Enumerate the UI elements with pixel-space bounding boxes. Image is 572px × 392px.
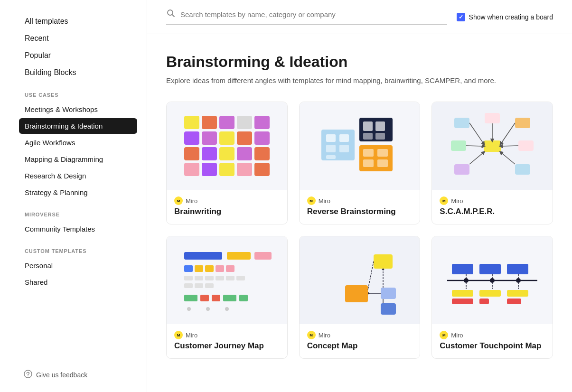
- page-title: Brainstorming & Ideation: [166, 53, 553, 71]
- show-creating-checkbox[interactable]: [457, 13, 465, 21]
- sidebar-item-agile[interactable]: Agile Workflows: [19, 135, 137, 150]
- svg-rect-20: [454, 118, 469, 128]
- svg-marker-63: [368, 292, 370, 295]
- sidebar-item-shared[interactable]: Shared: [19, 274, 137, 290]
- svg-rect-79: [479, 290, 501, 297]
- card-name-brainwriting: Brainwriting: [174, 207, 280, 216]
- svg-rect-45: [216, 276, 224, 280]
- card-thumbnail-customer-touchpoint-map: [432, 236, 553, 324]
- sidebar-item-personal[interactable]: Personal: [19, 258, 137, 273]
- svg-rect-46: [226, 276, 234, 280]
- sidebar-use-cases: Meetings & WorkshopsBrainstorming & Idea…: [19, 102, 137, 201]
- card-provider-reverse-brainstorming: MMiro: [307, 196, 413, 205]
- svg-line-27: [501, 146, 518, 146]
- svg-line-21: [469, 123, 484, 144]
- search-bar: [166, 9, 447, 25]
- svg-rect-22: [485, 113, 500, 123]
- sidebar: All templatesRecentPopularBuilding Block…: [0, 0, 147, 392]
- template-card-brainwriting[interactable]: MMiroBrainwriting: [166, 102, 288, 224]
- show-creating-label: Show when creating a board: [469, 13, 553, 21]
- sidebar-item-building-blocks[interactable]: Building Blocks: [19, 65, 137, 81]
- svg-rect-83: [507, 299, 521, 304]
- svg-point-57: [206, 307, 210, 311]
- svg-rect-49: [195, 283, 203, 288]
- svg-rect-71: [507, 264, 528, 274]
- card-name-scamper: S.C.A.M.P.E.R.: [440, 207, 545, 216]
- sidebar-item-research[interactable]: Research & Design: [19, 168, 137, 184]
- svg-line-25: [501, 123, 515, 144]
- sidebar-item-brainstorming[interactable]: Brainstorming & Ideation: [19, 118, 137, 134]
- svg-rect-60: [374, 254, 393, 269]
- template-card-scamper[interactable]: MMiroS.C.A.M.P.E.R.: [431, 102, 553, 224]
- sidebar-item-mapping[interactable]: Mapping & Diagramming: [19, 151, 137, 167]
- svg-rect-52: [200, 295, 209, 301]
- custom-templates-label: CUSTOM TEMPLATES: [25, 248, 137, 254]
- svg-rect-17: [339, 145, 349, 152]
- svg-rect-69: [452, 264, 473, 274]
- svg-rect-9: [363, 149, 374, 157]
- provider-label: Miro: [319, 332, 330, 339]
- svg-point-58: [225, 307, 229, 311]
- template-card-reverse-brainstorming[interactable]: MMiroReverse Brainstorming: [299, 102, 421, 224]
- svg-rect-36: [254, 252, 272, 260]
- feedback-label: Give us feedback: [36, 371, 87, 379]
- sidebar-item-meetings[interactable]: Meetings & Workshops: [19, 102, 137, 117]
- card-name-reverse-brainstorming: Reverse Brainstorming: [307, 207, 413, 216]
- template-card-customer-journey-map[interactable]: MMiroCustomer Journey Map: [166, 236, 288, 359]
- svg-rect-55: [239, 295, 248, 301]
- sidebar-top-nav: All templatesRecentPopularBuilding Block…: [19, 13, 137, 82]
- sidebar-item-community[interactable]: Community Templates: [19, 221, 137, 237]
- svg-rect-61: [381, 288, 396, 299]
- card-thumbnail-customer-journey-map: [167, 236, 287, 324]
- svg-rect-62: [381, 303, 396, 315]
- show-creating-option: Show when creating a board: [457, 13, 553, 21]
- svg-rect-6: [363, 133, 373, 140]
- card-provider-customer-journey-map: MMiro: [174, 331, 280, 339]
- svg-rect-43: [195, 276, 203, 280]
- svg-rect-48: [184, 283, 193, 288]
- svg-rect-18: [326, 155, 336, 159]
- svg-line-29: [501, 152, 515, 164]
- svg-rect-10: [377, 149, 388, 157]
- sidebar-custom: PersonalShared: [19, 258, 137, 291]
- svg-rect-82: [479, 299, 489, 304]
- svg-rect-40: [216, 265, 224, 272]
- sidebar-item-recent[interactable]: Recent: [19, 30, 137, 47]
- svg-point-56: [187, 307, 191, 311]
- svg-rect-41: [226, 265, 234, 272]
- card-name-customer-journey-map: Customer Journey Map: [174, 341, 280, 351]
- sidebar-item-popular[interactable]: Popular: [19, 47, 137, 64]
- svg-rect-38: [195, 265, 203, 272]
- miro-logo-icon: M: [307, 331, 316, 339]
- miro-logo-icon: M: [174, 196, 183, 205]
- svg-rect-32: [451, 140, 466, 151]
- feedback-icon: [24, 370, 32, 380]
- svg-rect-30: [454, 164, 469, 175]
- sidebar-item-strategy[interactable]: Strategy & Planning: [19, 185, 137, 200]
- miro-logo-icon: M: [440, 331, 448, 339]
- card-thumbnail-concept-map: [300, 236, 420, 324]
- svg-rect-81: [452, 299, 473, 304]
- svg-line-31: [469, 152, 484, 164]
- search-input[interactable]: [180, 10, 447, 19]
- content-area: Brainstorming & Ideation Explore ideas f…: [147, 34, 572, 392]
- template-card-customer-touchpoint-map[interactable]: MMiroCustomer Touchpoint Map: [431, 236, 553, 359]
- sidebar-footer: Give us feedback: [19, 357, 137, 383]
- sidebar-item-all-templates[interactable]: All templates: [19, 13, 137, 29]
- template-card-concept-map[interactable]: MMiroConcept Map: [299, 236, 421, 359]
- svg-rect-42: [184, 276, 193, 280]
- provider-label: Miro: [186, 197, 197, 205]
- svg-rect-39: [205, 265, 214, 272]
- sidebar-miroverse: Community Templates: [19, 221, 137, 238]
- svg-rect-80: [507, 290, 528, 297]
- miroverse-label: MIROVERSE: [25, 212, 137, 217]
- svg-rect-19: [484, 140, 501, 152]
- feedback-button[interactable]: Give us feedback: [19, 367, 137, 383]
- svg-point-0: [24, 370, 32, 378]
- svg-rect-16: [326, 145, 336, 152]
- svg-rect-47: [236, 276, 245, 280]
- svg-line-33: [466, 146, 484, 146]
- svg-rect-35: [227, 252, 251, 260]
- svg-rect-34: [184, 252, 222, 260]
- card-info-concept-map: MMiroConcept Map: [300, 324, 420, 358]
